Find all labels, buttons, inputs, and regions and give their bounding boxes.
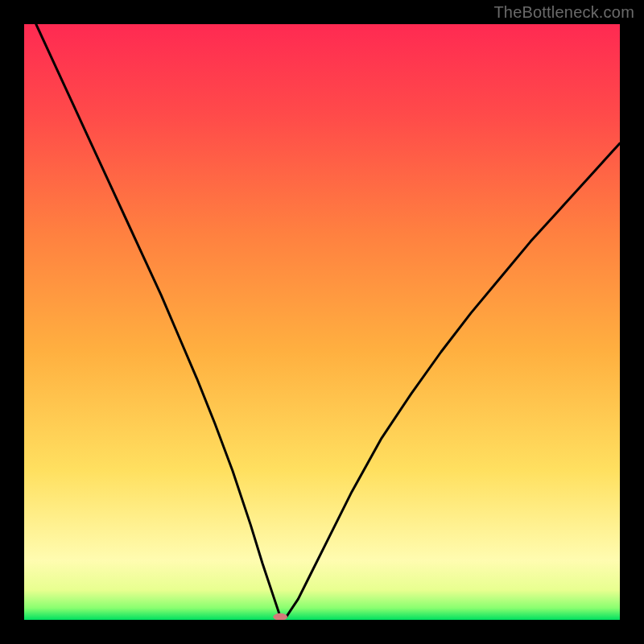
chart-svg: [24, 24, 620, 620]
plot-area: [24, 24, 620, 620]
chart-frame: TheBottleneck.com: [0, 0, 644, 644]
watermark-text: TheBottleneck.com: [493, 3, 634, 22]
gradient-background: [24, 24, 620, 620]
